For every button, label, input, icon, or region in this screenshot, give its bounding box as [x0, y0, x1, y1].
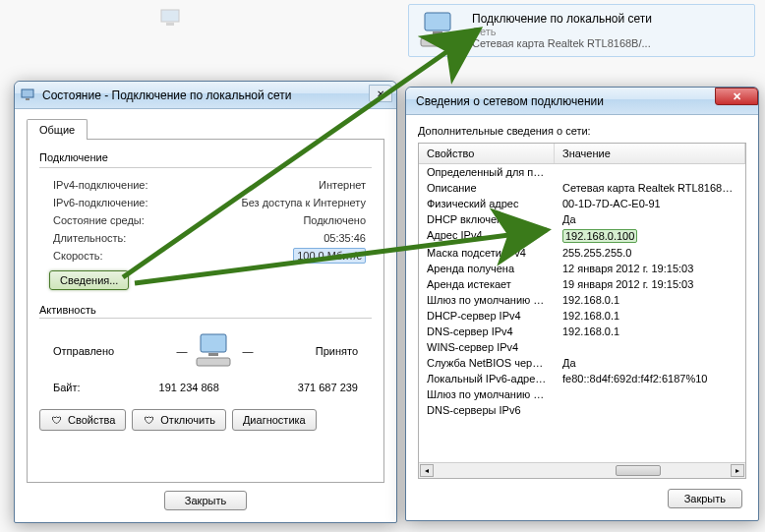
- cell-property: DHCP-сервер IPv4: [419, 308, 555, 324]
- col-value[interactable]: Значение: [555, 144, 745, 163]
- row-duration: Длительность:05:35:46: [39, 229, 372, 247]
- recv-label: Принято: [316, 345, 358, 357]
- connection-tile[interactable]: Подключение по локальной сети Сеть Сетев…: [408, 4, 755, 57]
- connection-tile-title: Подключение по локальной сети: [472, 12, 652, 26]
- sent-label: Отправлено: [53, 345, 114, 357]
- scroll-left-button[interactable]: ◂: [420, 464, 434, 477]
- row-speed: Скорость:100.0 Мбит/с: [39, 247, 372, 265]
- disable-button[interactable]: 🛡Отключить: [132, 409, 226, 431]
- divider: [39, 167, 372, 168]
- grid-row[interactable]: DNS-сервер IPv4192.168.0.1: [419, 324, 745, 339]
- details-heading: Дополнительные сведения о сети:: [418, 125, 746, 137]
- cell-property: Локальный IPv6-адрес...: [419, 371, 555, 386]
- connection-tile-text: Подключение по локальной сети Сеть Сетев…: [472, 12, 652, 49]
- col-property[interactable]: Свойство: [419, 144, 555, 163]
- cell-value: Да: [555, 211, 745, 227]
- properties-button[interactable]: 🛡Свойства: [39, 409, 126, 431]
- cell-property: Определенный для по...: [419, 164, 555, 180]
- scroll-right-button[interactable]: ▸: [731, 464, 744, 477]
- cell-value: 255.255.255.0: [555, 245, 745, 261]
- svg-rect-6: [22, 89, 33, 97]
- cell-property: Маска подсети IPv4: [419, 245, 555, 261]
- svg-rect-4: [421, 38, 452, 46]
- scroll-thumb[interactable]: [616, 465, 661, 476]
- diagnose-button[interactable]: Диагностика: [232, 409, 317, 431]
- svg-rect-1: [166, 23, 174, 26]
- details-close-x[interactable]: ✕: [715, 88, 758, 105]
- details-window: Сведения о сетевом подключении ✕ Дополни…: [405, 87, 759, 521]
- cell-value: fe80::8d4f:692d:f4f2:6187%10: [555, 371, 745, 386]
- svg-rect-8: [201, 334, 226, 352]
- status-window-icon: [21, 88, 36, 103]
- cell-property: Адрес IPv4: [419, 227, 555, 245]
- grid-row[interactable]: DHCP-сервер IPv4192.168.0.1: [419, 308, 745, 324]
- cell-value: 192.168.0.1: [555, 324, 745, 339]
- details-grid: Свойство Значение Определенный для по...…: [418, 143, 746, 479]
- cell-value: Сетевая карта Realtek RTL8168B/8111: [555, 180, 745, 196]
- svg-rect-10: [197, 358, 230, 366]
- cell-property: Физический адрес: [419, 196, 555, 211]
- horizontal-scrollbar[interactable]: ◂ ▸: [419, 462, 745, 478]
- grid-row[interactable]: Локальный IPv6-адрес...fe80::8d4f:692d:f…: [419, 371, 745, 386]
- svg-point-5: [451, 39, 457, 45]
- cell-value: 12 января 2012 г. 19:15:03: [555, 261, 745, 276]
- grid-row[interactable]: Аренда истекает19 января 2012 г. 19:15:0…: [419, 276, 745, 292]
- activity-headers: Отправлено — — Принято: [39, 326, 372, 376]
- bytes-recv: 371 687 239: [298, 382, 358, 393]
- cell-property: DHCP включен: [419, 211, 555, 227]
- grid-row[interactable]: Физический адрес00-1D-7D-AC-E0-91: [419, 196, 745, 211]
- grid-row[interactable]: WINS-сервер IPv4: [419, 339, 745, 355]
- status-titlebar[interactable]: Состояние - Подключение по локальной сет…: [15, 82, 396, 109]
- grid-row[interactable]: Маска подсети IPv4255.255.255.0: [419, 245, 745, 261]
- grid-row[interactable]: Шлюз по умолчанию IP...: [419, 386, 745, 402]
- action-buttons: 🛡Свойства 🛡Отключить Диагностика: [39, 409, 372, 431]
- status-close-button[interactable]: ✕: [369, 85, 392, 102]
- grid-row[interactable]: DNS-серверы IPv6: [419, 402, 745, 418]
- shield-icon: 🛡: [143, 413, 156, 427]
- cell-value: 192.168.0.100: [555, 227, 745, 245]
- group-connection-label: Подключение: [39, 151, 372, 163]
- grid-body[interactable]: Определенный для по...ОписаниеСетевая ка…: [419, 164, 745, 462]
- cell-property: Аренда получена: [419, 261, 555, 276]
- details-button[interactable]: Сведения...: [49, 270, 129, 290]
- cell-value: [555, 386, 745, 402]
- bg-adapter-item: [157, 6, 185, 35]
- grid-row[interactable]: Служба NetBIOS чере...Да: [419, 355, 745, 371]
- svg-rect-3: [433, 31, 442, 34]
- cell-value: [555, 402, 745, 418]
- svg-rect-9: [208, 353, 218, 356]
- grid-row[interactable]: DHCP включенДа: [419, 211, 745, 227]
- connection-tile-adapter: Сетевая карта Realtek RTL8168B/...: [472, 37, 652, 49]
- group-activity-label: Активность: [39, 304, 372, 316]
- cell-property: Аренда истекает: [419, 276, 555, 292]
- details-titlebar[interactable]: Сведения о сетевом подключении ✕: [406, 88, 758, 115]
- tab-panel-general: Подключение IPv4-подключение:Интернет IP…: [27, 139, 384, 483]
- grid-row[interactable]: Шлюз по умолчанию IP...192.168.0.1: [419, 292, 745, 308]
- cell-property: Описание: [419, 180, 555, 196]
- grid-row[interactable]: Адрес IPv4192.168.0.100: [419, 227, 745, 245]
- row-ipv6: IPv6-подключение:Без доступа к Интернету: [39, 194, 372, 211]
- svg-rect-0: [161, 10, 179, 22]
- grid-row[interactable]: ОписаниеСетевая карта Realtek RTL8168B/8…: [419, 180, 745, 196]
- cell-value: 00-1D-7D-AC-E0-91: [555, 196, 745, 211]
- cell-value: 192.168.0.1: [555, 292, 745, 308]
- highlighted-ip: 192.168.0.100: [562, 229, 637, 243]
- tab-strip: Общие: [27, 119, 384, 140]
- shield-icon: 🛡: [50, 413, 64, 427]
- grid-row[interactable]: Аренда получена12 января 2012 г. 19:15:0…: [419, 261, 745, 276]
- details-close-button[interactable]: Закрыть: [668, 489, 742, 508]
- speed-value: 100.0 Мбит/с: [293, 248, 366, 264]
- cell-property: Служба NetBIOS чере...: [419, 355, 555, 371]
- grid-row[interactable]: Определенный для по...: [419, 164, 745, 180]
- cell-value: [555, 164, 745, 180]
- cell-property: DNS-серверы IPv6: [419, 402, 555, 418]
- cell-property: Шлюз по умолчанию IP...: [419, 386, 555, 402]
- row-media: Состояние среды:Подключено: [39, 211, 372, 229]
- cell-property: WINS-сервер IPv4: [419, 339, 555, 355]
- svg-rect-2: [425, 13, 450, 30]
- grid-header[interactable]: Свойство Значение: [419, 144, 745, 164]
- network-adapter-icon: [417, 11, 464, 50]
- row-ipv4: IPv4-подключение:Интернет: [39, 176, 372, 194]
- tab-general[interactable]: Общие: [27, 119, 88, 140]
- close-button[interactable]: Закрыть: [164, 491, 247, 510]
